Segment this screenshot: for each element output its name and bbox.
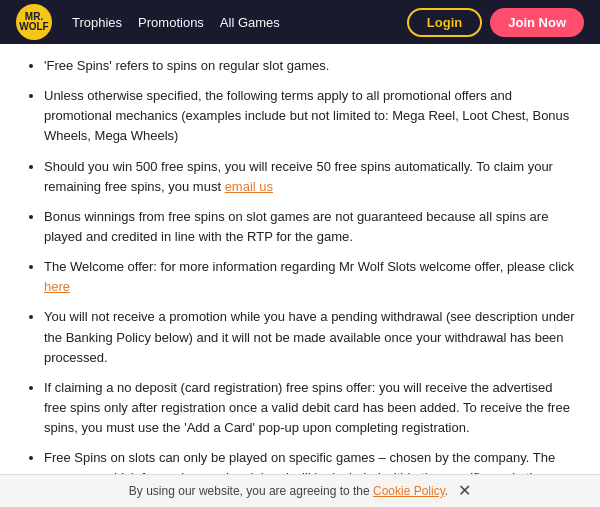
main-content: 'Free Spins' refers to spins on regular … [0, 44, 600, 507]
cookie-text: By using our website, you are agreeing t… [129, 484, 448, 498]
list-item: Bonus winnings from free spins on slot g… [44, 207, 576, 247]
header: MR.WOLF Trophies Promotions All Games Lo… [0, 0, 600, 44]
terms-list: 'Free Spins' refers to spins on regular … [24, 56, 576, 507]
nav-all-games[interactable]: All Games [220, 15, 280, 30]
list-item: 'Free Spins' refers to spins on regular … [44, 56, 576, 76]
header-actions: Login Join Now [407, 8, 584, 37]
list-item: Should you win 500 free spins, you will … [44, 157, 576, 197]
nav-trophies[interactable]: Trophies [72, 15, 122, 30]
cookie-close-button[interactable]: ✕ [458, 483, 471, 499]
here-link[interactable]: here [44, 279, 70, 294]
nav-links: Trophies Promotions All Games [72, 15, 387, 30]
nav-promotions[interactable]: Promotions [138, 15, 204, 30]
cookie-bar: By using our website, you are agreeing t… [0, 474, 600, 507]
list-item: The Welcome offer: for more information … [44, 257, 576, 297]
list-item: You will not receive a promotion while y… [44, 307, 576, 367]
logo-icon: MR.WOLF [16, 4, 52, 40]
list-item: If claiming a no deposit (card registrat… [44, 378, 576, 438]
email-us-link[interactable]: email us [225, 179, 273, 194]
join-button[interactable]: Join Now [490, 8, 584, 37]
login-button[interactable]: Login [407, 8, 482, 37]
list-item: Unless otherwise specified, the followin… [44, 86, 576, 146]
cookie-policy-link[interactable]: Cookie Policy [373, 484, 445, 498]
logo: MR.WOLF [16, 4, 52, 40]
